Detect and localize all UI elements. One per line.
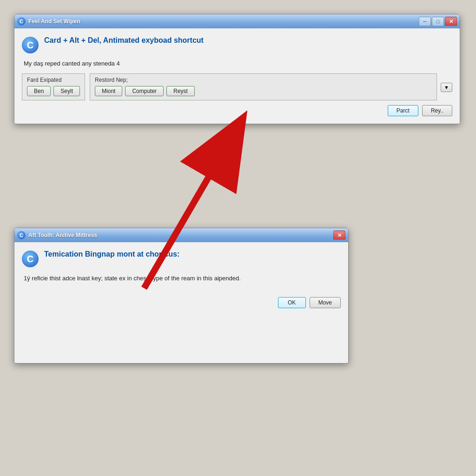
key-group-restord-label: Restord Nep; [95, 77, 432, 83]
second-window-body: C Temication Bingnap mont at chortcus: 1… [14, 242, 348, 363]
key-groups-row: Fard Exipated Ben Seylt Restord Nep; Mio… [22, 73, 437, 100]
main-window-body: C Card + Alt + Del, Antimated exyboad sh… [14, 28, 460, 124]
second-dialog-header: C Temication Bingnap mont at chortcus: [22, 250, 341, 267]
second-window-title: Aft Toulh: Anitive Mittress [28, 232, 97, 238]
reyst-button[interactable]: Reyst [166, 86, 195, 96]
second-dialog-icon: C [22, 251, 39, 267]
computer-button[interactable]: Computer [125, 86, 164, 96]
second-window: C Aft Toulh: Anitive Mittress ✕ C Temica… [14, 228, 349, 364]
second-window-title-bar: C Aft Toulh: Anitive Mittress ✕ [14, 228, 348, 242]
second-bottom-buttons: OK Move [22, 297, 341, 308]
ok-button[interactable]: OK [278, 297, 306, 308]
second-title-bar-left: C Aft Toulh: Anitive Mittress [17, 231, 97, 239]
main-window: C Feel And Set Wipen ─ □ ✕ C Card + Alt … [14, 14, 460, 124]
key-group-fard: Fard Exipated Ben Seylt [22, 73, 85, 100]
second-window-icon: C [17, 231, 26, 239]
parct-button[interactable]: Parct [388, 105, 418, 116]
key-group-restord-buttons: Miont Computer Reyst [95, 86, 432, 96]
key-group-restord: Restord Nep; Miont Computer Reyst [90, 73, 437, 100]
rey-button[interactable]: Rey.. [422, 105, 452, 116]
second-close-button[interactable]: ✕ [333, 231, 345, 240]
window-controls: ─ □ ✕ [419, 17, 457, 26]
window-title: Feel And Set Wipen [28, 18, 80, 25]
close-button[interactable]: ✕ [445, 17, 457, 26]
key-group-fard-label: Fard Exipated [27, 77, 80, 83]
title-bar-left: C Feel And Set Wipen [17, 17, 80, 26]
main-window-title-bar: C Feel And Set Wipen ─ □ ✕ [14, 14, 460, 28]
miont-button[interactable]: Miont [95, 86, 122, 96]
dialog-subtitle: My daş reped canted any steneda 4 [22, 60, 452, 67]
maximize-button[interactable]: □ [432, 17, 444, 26]
key-group-fard-buttons: Ben Seylt [27, 86, 80, 96]
main-bottom-buttons: Parct Rey.. [22, 105, 452, 116]
dialog-header: C Card + Alt + Del, Antimated exyboad sh… [22, 36, 452, 53]
second-dialog-title: Temication Bingnap mont at chortcus: [44, 250, 179, 259]
window-icon: C [17, 17, 26, 26]
dialog-title: Card + Alt + Del, Antimated exyboad shor… [44, 36, 204, 46]
minimize-button[interactable]: ─ [419, 17, 431, 26]
move-button[interactable]: Move [310, 297, 341, 308]
dialog-icon: C [22, 37, 39, 53]
second-dialog-body: 1ÿ reficie thist adce lnast key; state e… [22, 274, 341, 283]
dropdown-button[interactable]: ▼ [441, 83, 452, 92]
seylt-button[interactable]: Seylt [53, 86, 80, 96]
ben-button[interactable]: Ben [27, 86, 51, 96]
second-window-controls: ✕ [333, 231, 345, 240]
